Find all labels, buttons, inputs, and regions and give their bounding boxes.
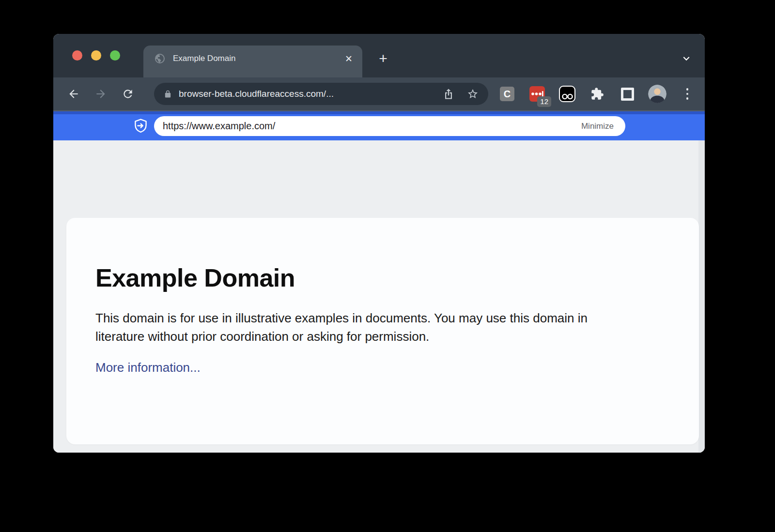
isolation-bar: https://www.example.com/ Minimize (53, 111, 705, 140)
minimize-bar-button[interactable]: Minimize (581, 122, 614, 131)
tab-title: Example Domain (173, 54, 342, 63)
chevron-down-icon[interactable] (678, 50, 695, 67)
reload-icon[interactable] (118, 84, 138, 104)
side-panel-icon (621, 88, 634, 101)
extension-c-icon: C (500, 87, 514, 101)
avatar (648, 85, 666, 103)
extension-badge: 12 (537, 96, 551, 107)
content-card: Example Domain This domain is for use in… (66, 218, 699, 444)
bookmark-star-icon[interactable] (467, 88, 479, 100)
more-information-link[interactable]: More information... (95, 360, 201, 375)
new-tab-button[interactable]: + (375, 50, 391, 67)
address-bar-url: browser-beta.cloudflareaccess.com/... (179, 89, 430, 99)
extension-dual-circles[interactable] (552, 77, 582, 110)
browser-toolbar: browser-beta.cloudflareaccess.com/... C … (53, 77, 705, 111)
zoom-window-button[interactable] (110, 50, 120, 61)
traffic-lights (72, 50, 120, 61)
address-bar[interactable]: browser-beta.cloudflareaccess.com/... (154, 83, 488, 105)
page-viewport: Example Domain This domain is for use in… (53, 140, 705, 453)
remote-url-text: https://www.example.com/ (163, 121, 581, 132)
extension-password-manager[interactable]: 12 (522, 77, 552, 110)
side-panel-button[interactable] (612, 77, 642, 110)
globe-favicon-icon (154, 53, 166, 64)
browser-window: Example Domain ✕ + browser-beta.cloudfla… (53, 34, 705, 453)
extensions-row: C 12 (492, 77, 702, 110)
profile-button[interactable] (642, 77, 672, 110)
tab-strip: Example Domain ✕ + (53, 34, 705, 77)
share-icon[interactable] (443, 88, 454, 100)
remote-url-input[interactable]: https://www.example.com/ Minimize (154, 116, 625, 136)
browser-tab[interactable]: Example Domain ✕ (143, 46, 362, 77)
close-tab-icon[interactable]: ✕ (342, 52, 356, 65)
minimize-window-button[interactable] (91, 50, 101, 61)
scrollbar[interactable] (698, 140, 705, 453)
password-manager-icon: 12 (529, 86, 545, 102)
kebab-menu-icon (686, 88, 689, 100)
forward-icon[interactable] (91, 84, 110, 104)
shield-arrow-icon (134, 119, 147, 134)
dual-circles-icon (559, 86, 575, 102)
page-paragraph: This domain is for use in illustrative e… (95, 309, 631, 346)
isolation-bar-accent (53, 111, 705, 114)
close-window-button[interactable] (72, 50, 82, 61)
back-icon[interactable] (64, 84, 83, 104)
page-title: Example Domain (95, 263, 670, 292)
extension-c[interactable]: C (492, 77, 522, 110)
browser-menu-button[interactable] (672, 77, 702, 110)
extensions-menu-button[interactable] (582, 77, 612, 110)
lock-icon[interactable] (164, 90, 172, 98)
puzzle-icon (590, 87, 604, 101)
